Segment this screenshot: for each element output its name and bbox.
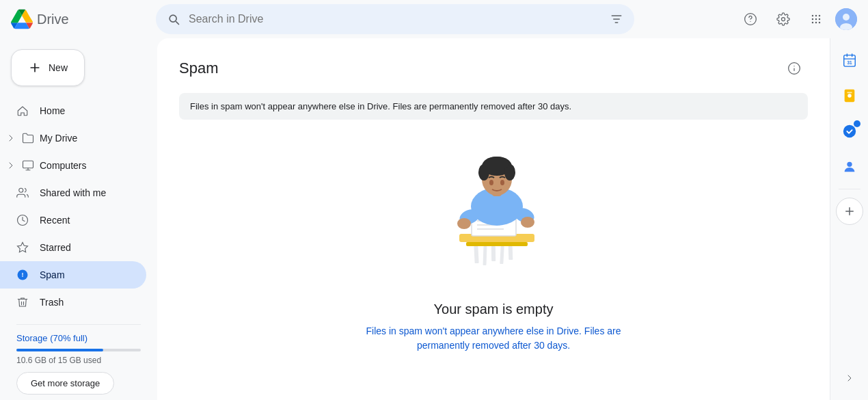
svg-point-9 [815,22,817,24]
folder-icon [22,132,34,144]
sidebar-item-trash[interactable]: Trash [0,289,146,316]
chevron-right-icon [5,133,16,144]
add-app-button[interactable] [836,198,863,225]
search-icon [167,12,180,26]
svg-rect-23 [474,246,478,263]
sidebar-item-recent-label: Recent [40,215,70,226]
sidebar: New Home My Drive [0,38,157,400]
svg-point-43 [489,180,493,185]
storage-text: 10.6 GB of 15 GB used [16,356,141,365]
star-icon [16,241,29,254]
svg-point-15 [19,188,23,192]
sidebar-item-shared-label: Shared with me [40,187,106,198]
right-sidebar: 31 [830,38,868,400]
plus-icon [28,61,42,75]
svg-rect-26 [500,246,504,264]
svg-point-50 [843,125,855,137]
svg-point-48 [847,94,852,98]
sidebar-item-starred-label: Starred [40,242,71,253]
svg-rect-49 [847,92,852,94]
svg-marker-17 [18,243,28,252]
tasks-badge [854,120,860,127]
right-divider [839,189,860,189]
svg-rect-27 [508,246,513,260]
empty-state: Your spam is empty Files in spam won't a… [179,142,808,366]
sidebar-item-spam[interactable]: ! Spam [0,261,146,289]
topbar-right [737,5,857,33]
svg-point-10 [819,22,821,24]
home-icon [16,105,29,117]
svg-point-35 [457,218,471,229]
info-banner: Files in spam won't appear anywhere else… [179,93,808,120]
app-name: Drive [37,12,69,27]
sidebar-item-my-drive[interactable]: My Drive [0,124,146,152]
storage-label[interactable]: Storage (70% full) [16,333,141,343]
new-button-label: New [49,62,68,73]
svg-point-2 [812,15,814,17]
empty-illustration [418,155,569,285]
svg-point-8 [812,22,814,24]
spam-icon: ! [16,269,29,281]
svg-point-44 [500,180,504,185]
trash-icon [16,296,29,308]
chevron-right-icon-computers [5,160,16,171]
svg-point-6 [815,18,817,21]
svg-point-7 [819,18,821,21]
avatar[interactable] [835,8,857,30]
svg-point-12 [843,14,850,21]
search-input[interactable] [189,13,601,25]
svg-rect-25 [491,246,496,261]
logo-area: Drive [11,8,148,30]
svg-text:31: 31 [847,60,852,65]
info-banner-text: Files in spam won't appear anywhere else… [190,101,571,111]
calendar-button[interactable]: 31 [833,44,866,77]
empty-state-subtitle: Files in spam won't appear anywhere else… [357,324,630,353]
tasks-button[interactable] [833,115,866,148]
sidebar-item-shared[interactable]: Shared with me [0,179,146,206]
sidebar-item-computers[interactable]: Computers [0,152,146,179]
svg-point-1 [782,18,785,21]
svg-point-51 [847,162,852,167]
svg-text:!: ! [22,271,24,278]
google-drive-logo [11,8,33,30]
sidebar-item-spam-label: Spam [40,269,65,280]
storage-bar [16,349,141,351]
get-storage-button[interactable]: Get more storage [16,372,114,395]
storage-bar-fill [16,349,103,351]
shared-icon [16,187,29,199]
storage-section: Storage (70% full) 10.6 GB of 15 GB used… [0,319,157,400]
svg-point-36 [521,217,534,228]
svg-rect-22 [466,242,528,246]
keep-button[interactable] [833,79,866,112]
sidebar-item-starred[interactable]: Starred [0,234,146,261]
help-button[interactable] [737,5,764,33]
main-content: Spam Files in spam won't appear anywhere… [157,38,830,400]
page-header: Spam [179,55,808,82]
svg-point-4 [819,15,821,17]
new-button[interactable]: New [11,49,85,86]
apps-button[interactable] [802,5,830,33]
info-button[interactable] [781,55,808,82]
svg-point-3 [815,15,817,17]
sidebar-item-computers-label: Computers [40,160,86,171]
topbar: Drive [0,0,868,38]
collapse-button[interactable] [833,362,866,395]
sidebar-item-my-drive-label: My Drive [40,133,77,144]
contacts-button[interactable] [833,150,866,183]
sidebar-item-trash-label: Trash [40,297,64,308]
svg-point-42 [485,157,509,170]
page-title: Spam [179,59,218,77]
sidebar-item-recent[interactable]: Recent [0,206,146,234]
sidebar-item-home-label: Home [40,105,65,116]
svg-rect-24 [483,246,487,265]
recent-icon [16,214,29,226]
settings-button[interactable] [770,5,797,33]
filter-icon[interactable] [610,12,623,26]
search-bar[interactable] [156,4,634,34]
svg-point-5 [812,18,814,21]
empty-state-title: Your spam is empty [434,302,554,317]
layout: New Home My Drive [0,38,868,400]
sidebar-item-home[interactable]: Home [0,97,146,124]
svg-rect-14 [23,161,33,168]
computer-icon [22,159,34,172]
